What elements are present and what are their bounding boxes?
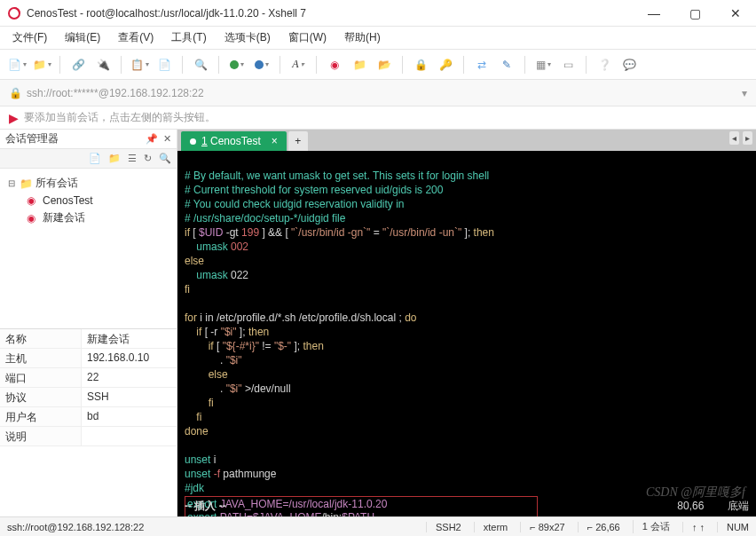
tool-find-icon[interactable]: 🔍 [159,153,171,164]
term-line [185,439,187,452]
screen-button[interactable]: ▭ [558,55,578,75]
window-title: CenosTest - root@localhost:/usr/local/jd… [27,7,306,20]
color2-button[interactable] [252,55,272,75]
tab-label: 1 CenosTest [201,135,261,147]
toolbar: 📄 📁 🔗 🔌 📋 📄 🔍 A ◉ 📁 📂 🔒 🔑 ⇄ ✎ ▦ ▭ ❔ 💬 [0,50,756,80]
paste-button[interactable]: 📄 [154,55,174,75]
term-line: # Current threshold for system reserved … [185,184,443,196]
flag-icon[interactable]: ▶ [9,111,19,125]
status-item: SSH2 [426,522,461,532]
status-right: SSH2 xterm ⌐ 89x27 ⌐ 26,66 1 会话 ↑ ↑ NUM [426,520,749,533]
tree-item-new[interactable]: ◉ 新建会话 [4,209,173,227]
folder-icon: 📁 [20,177,32,190]
session-tree: ⊟ 📁 所有会话 ◉ CenosTest ◉ 新建会话 [0,169,177,328]
tab-next-icon[interactable]: ▸ [743,131,752,145]
term-line: if [ -r "$i" ]; then [185,326,269,338]
term-line: # You could check uidgid reservation val… [185,198,405,210]
address-input[interactable] [27,87,736,99]
maximize-button[interactable]: ▢ [674,0,715,27]
key-button[interactable]: 🔑 [436,55,455,75]
term-line: fi [185,283,190,296]
new-session-button[interactable]: 📄 [7,55,27,75]
tab-add-button[interactable]: + [288,131,308,151]
feedback-button[interactable]: 💬 [619,55,639,75]
prop-val [82,427,177,445]
tab-close-icon[interactable]: × [272,135,278,147]
menu-window[interactable]: 窗口(W) [281,28,334,47]
edit-button[interactable]: ✎ [497,55,516,75]
close-button[interactable]: ✕ [715,0,756,27]
panel-title: 会话管理器 [5,131,59,146]
pin-icon[interactable]: 📌 [146,133,158,145]
separator [59,56,60,74]
menu-tabs[interactable]: 选项卡(B) [217,28,278,47]
term-line: . "$i" >/dev/null [185,382,291,395]
tree-root-label: 所有会话 [35,176,78,191]
tab-prev-icon[interactable]: ◂ [729,131,739,145]
status-bar: ssh://root@192.168.192.128:22 SSH2 xterm… [0,516,756,536]
status-item: NUM [717,522,749,532]
tool-refresh-icon[interactable]: ↻ [144,153,152,164]
reconnect-button[interactable]: 🔗 [68,55,88,75]
terminal[interactable]: # By default, we want umask to get set. … [177,151,756,516]
disconnect-button[interactable]: 🔌 [93,55,113,75]
term-line: fi [185,397,214,409]
separator [524,56,525,74]
status-item: 1 会话 [633,520,670,533]
tab-cenostest[interactable]: 1 CenosTest × [181,131,287,151]
tree-item-label: CenosTest [43,194,93,207]
session-icon: ◉ [27,194,39,207]
menu-edit[interactable]: 编辑(E) [58,28,107,47]
separator [463,56,464,74]
tree-item-cenostest[interactable]: ◉ CenosTest [4,193,173,209]
vim-status-line: -- 插入 -- 80,66 底端 [185,500,749,513]
prop-val: SSH [82,388,177,406]
lock-button[interactable]: 🔒 [411,55,430,75]
status-item: xterm [474,522,508,532]
folder-arrow-button[interactable]: 📂 [374,55,394,75]
tree-item-label: 新建会话 [43,210,85,225]
expander-icon[interactable]: ⊟ [7,178,16,188]
tree-root[interactable]: ⊟ 📁 所有会话 [4,174,173,193]
prop-row: 说明 [0,427,177,446]
menu-view[interactable]: 查看(V) [111,28,161,47]
folder2-button[interactable]: 📁 [350,55,369,75]
menu-tools[interactable]: 工具(T) [164,28,213,47]
open-session-button[interactable]: 📁 [32,55,51,75]
tool-list-icon[interactable]: ☰ [128,153,137,164]
tool-folder-icon[interactable]: 📁 [108,153,121,164]
prop-key: 用户名 [0,407,82,426]
help-button[interactable]: ❔ [595,55,614,75]
term-line: else [185,368,228,381]
find-button[interactable]: 🔍 [191,55,210,75]
titlebar: CenosTest - root@localhost:/usr/local/jd… [0,0,756,27]
term-line: fi [185,411,201,423]
menu-help[interactable]: 帮助(H) [337,28,388,47]
menubar: 文件(F) 编辑(E) 查看(V) 工具(T) 选项卡(B) 窗口(W) 帮助(… [0,27,756,50]
separator [121,56,122,74]
menu-file[interactable]: 文件(F) [5,28,54,47]
status-item: ⌐ 89x27 [520,522,564,532]
prop-key: 主机 [0,349,82,367]
address-dropdown-icon[interactable]: ▾ [742,87,747,99]
term-line: # By default, we want umask to get set. … [185,169,489,182]
vim-position: 80,66 底端 [677,500,749,513]
term-line: umask 022 [185,269,248,281]
session-icon: ◉ [27,212,39,225]
copy-button[interactable]: 📋 [130,55,149,75]
status-item: ⌐ 26,66 [578,522,620,532]
lock-icon: 🔒 [9,87,21,99]
address-bar: 🔒 ▾ [0,80,756,106]
xshell-icon-button[interactable]: ◉ [325,55,344,75]
separator [402,56,403,74]
tool-new-icon[interactable]: 📄 [89,153,101,164]
minimize-button[interactable]: ― [634,0,674,27]
font-button[interactable]: A [288,55,308,75]
transfer-button[interactable]: ⇄ [472,55,492,75]
watermark: CSDN @阿里嘎多f [646,485,745,499]
panel-close-icon[interactable]: ✕ [163,133,171,145]
layout-button[interactable]: ▦ [533,55,553,75]
color1-button[interactable] [227,55,247,75]
prop-val: 22 [82,368,177,387]
session-manager-panel: 会话管理器 📌 ✕ 📄 📁 ☰ ↻ 🔍 ⊟ 📁 所有会话 ◉ CenosTest [0,130,177,516]
